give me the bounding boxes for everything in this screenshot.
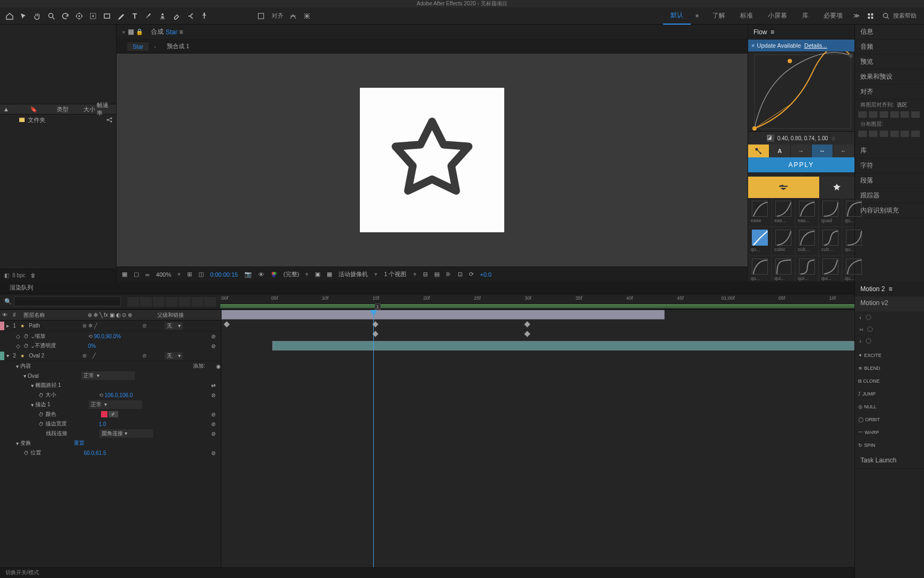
panel-effects[interactable]: 效果和预设 <box>855 70 924 85</box>
preset-tab-favorites[interactable] <box>819 177 854 198</box>
motion2-title[interactable]: Motion 2 <box>860 285 885 293</box>
breadcrumb-precomp[interactable]: 预合成 1 <box>161 41 195 51</box>
close-update-icon[interactable]: × <box>751 42 757 49</box>
show-snapshot-icon[interactable]: 👁 <box>258 271 264 278</box>
roto-tool-icon[interactable] <box>184 10 197 22</box>
rotate-tool-icon[interactable] <box>59 10 72 22</box>
layer-bar-oval[interactable] <box>272 341 854 351</box>
prop-stroke-width[interactable]: ⏱ 描边宽度 1.0 ⊘ <box>0 419 221 429</box>
dist-5-icon[interactable] <box>900 131 909 137</box>
timeline-search-input[interactable] <box>14 296 121 306</box>
panel-character[interactable]: 字符 <box>855 158 924 173</box>
camera-tool-icon[interactable] <box>73 10 86 22</box>
rect-tool-icon[interactable] <box>101 10 113 22</box>
eraser-tool-icon[interactable] <box>170 10 183 22</box>
playhead-marker[interactable]: 1 <box>375 303 381 310</box>
color-swatch[interactable] <box>101 411 107 417</box>
tl-tool-4-icon[interactable] <box>166 297 178 307</box>
timecode[interactable]: 0:00:00:15 <box>210 271 238 278</box>
prop-contents[interactable]: ▾ 内容 添加:◉ <box>0 361 221 371</box>
vb-alpha-icon[interactable]: ▦ <box>122 271 127 278</box>
align-vcenter-icon[interactable] <box>900 111 909 118</box>
parent-dropdown-2[interactable]: 无 ▾ <box>165 352 183 360</box>
exposure-value[interactable]: +0.0 <box>480 271 492 278</box>
snap-label[interactable]: 对齐 <box>268 12 287 20</box>
motion-blend-button[interactable]: ≋BLEND <box>858 363 890 374</box>
puppet-tool-icon[interactable] <box>198 10 211 22</box>
motion-radio-1[interactable]: ‹ <box>855 311 924 323</box>
stopwatch-icon[interactable]: ⏱ <box>24 450 29 456</box>
prop-transform[interactable]: ▾ 变换 重置 <box>0 438 221 448</box>
apply-button[interactable]: APPLY <box>748 157 854 172</box>
ws-overflow-icon[interactable]: ≫ <box>850 10 863 22</box>
zoom-tool-icon[interactable] <box>45 10 58 22</box>
prop-size[interactable]: ⏱ 大小 ⟲ 106.0,106.0 ⊘ <box>0 390 221 400</box>
select-tool-icon[interactable] <box>17 10 30 22</box>
prop-scale[interactable]: ◇⏱ ⌄ 缩放 ⟲ 90.0,90.0% ⊘ <box>0 331 221 341</box>
add-menu-icon[interactable]: ◉ <box>216 363 221 369</box>
flow-checkbox[interactable]: ◪ <box>767 134 774 142</box>
stopwatch-icon[interactable]: ⏱ <box>38 412 44 417</box>
motion-null-button[interactable]: ◎NULL <box>858 401 890 412</box>
prop-opacity[interactable]: ◇⏱ ⌄ 不透明度 0% ⊘ <box>0 341 221 351</box>
tl-tool-1-icon[interactable] <box>127 297 139 307</box>
line-join-dropdown[interactable]: 圆角连接 ▾ <box>99 429 153 438</box>
clone-tool-icon[interactable] <box>156 10 169 22</box>
stopwatch-icon[interactable]: ⏱ <box>24 333 29 339</box>
bpc-icon[interactable]: ◧ <box>4 272 12 278</box>
comp-close-icon[interactable]: × <box>122 29 128 35</box>
preset-quint3[interactable]: qui... <box>795 256 819 285</box>
panel-tracker[interactable]: 跟踪器 <box>855 188 924 203</box>
project-item-folder[interactable]: 文件夹 <box>0 115 116 125</box>
workspace-essentials[interactable]: 必要项 <box>816 7 850 25</box>
snap-opt1-icon[interactable] <box>287 10 299 22</box>
layer-row-path[interactable]: ▸ 1 ★ Path ⊛ ✻ ╱ ⊘ 无 ▾ <box>0 321 221 331</box>
prop-ellipse-path[interactable]: ▾ 椭圆路径 1 ⇄ <box>0 381 221 390</box>
flow-back-icon[interactable]: ← <box>833 144 854 157</box>
dist-1-icon[interactable] <box>858 131 867 137</box>
panel-content-aware[interactable]: 内容识别填充 <box>855 203 924 218</box>
snap-opt2-icon[interactable] <box>301 10 313 22</box>
flow-title[interactable]: Flow <box>753 28 767 36</box>
work-area-bar[interactable] <box>220 304 854 308</box>
keyframe[interactable] <box>525 331 530 337</box>
prop-color[interactable]: ⏱ 颜色 ✐ ⊘ <box>0 409 221 419</box>
tl-tool-2-icon[interactable] <box>140 297 152 307</box>
vb-grid-icon[interactable]: ◫ <box>198 271 204 278</box>
workspace-small[interactable]: 小屏幕 <box>760 7 795 25</box>
stopwatch-icon[interactable]: ⏱ <box>38 392 44 398</box>
stopwatch-icon[interactable]: ⏱ <box>38 421 44 427</box>
motion-excite-button[interactable]: ✦EXCITE <box>858 350 890 361</box>
dist-2-icon[interactable] <box>869 131 877 137</box>
align-left-icon[interactable] <box>858 111 867 118</box>
transparency-icon[interactable]: ▦ <box>327 271 332 278</box>
vb-res-icon[interactable]: ⊞ <box>187 271 192 278</box>
camera-select[interactable]: 活动摄像机 <box>338 270 368 278</box>
vb-toggle-icon[interactable]: ∞ <box>145 271 150 278</box>
preset-cubic3[interactable]: cub... <box>819 227 842 256</box>
fast-preview-icon[interactable]: ▤ <box>434 271 440 278</box>
flow-text-icon[interactable]: A <box>769 144 791 157</box>
flow-both-icon[interactable]: ↔ <box>812 144 833 157</box>
motion-clone-button[interactable]: ⧉CLONE <box>858 376 890 386</box>
resolution-select[interactable]: (完整) <box>283 270 299 278</box>
align-bottom-icon[interactable] <box>911 111 920 118</box>
flow-curve-editor[interactable] <box>748 51 854 132</box>
layer-bar-path[interactable] <box>221 310 665 320</box>
workspace-libs[interactable]: 库 <box>795 7 816 25</box>
keyframe[interactable] <box>525 321 530 327</box>
tl-tool-5-icon[interactable] <box>179 297 190 307</box>
canvas-area[interactable] <box>117 54 748 267</box>
dist-3-icon[interactable] <box>880 131 888 137</box>
preset-quad[interactable]: quad <box>819 198 842 227</box>
pen-tool-icon[interactable] <box>114 10 127 22</box>
layer-row-oval[interactable]: ▾ 2 ★ Oval 2 ⊛ ╱ ⊘ 无 ▾ <box>0 351 221 361</box>
align-hcenter-icon[interactable] <box>869 111 877 118</box>
zoom-level[interactable]: 400% <box>156 271 171 278</box>
stopwatch-icon[interactable]: ⏱ <box>24 343 29 349</box>
parent-dropdown-1[interactable]: 无 ▾ <box>165 322 183 330</box>
preset-quad-sel[interactable]: qu... <box>748 227 772 256</box>
dist-6-icon[interactable] <box>911 131 920 137</box>
render-queue-tab[interactable]: 渲染队列 <box>0 282 43 293</box>
workspace-standard[interactable]: 标准 <box>733 7 760 25</box>
